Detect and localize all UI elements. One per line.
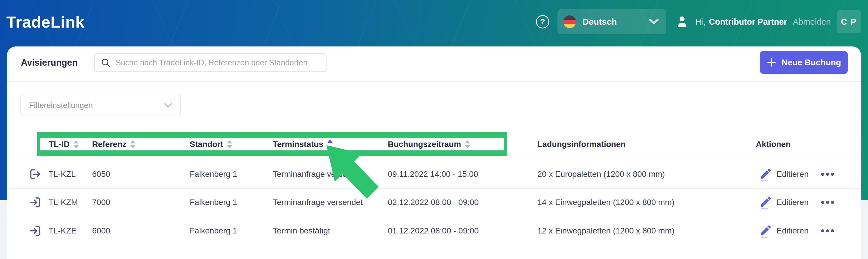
search-input[interactable] [94,54,327,72]
tl-id-link[interactable]: TL-KZE [49,226,76,235]
referenz-cell: 7000 [92,198,110,207]
edit-pencil-icon[interactable] [759,167,772,182]
sort-icon [73,140,79,149]
tl-id-link[interactable]: TL-KZM [49,198,78,207]
standort-cell: Falkenberg 1 [190,169,237,179]
greeting-prefix: Hi, [695,17,705,27]
buchungszeitraum-cell: 01.12.2022 08:00 - 09:00 [388,226,479,235]
more-actions-icon[interactable] [820,229,836,233]
more-actions-icon[interactable] [820,172,836,176]
column-header-aktionen: Aktionen [756,138,791,151]
column-header-standort[interactable]: Standort [190,138,232,151]
more-actions-icon[interactable] [820,201,836,204]
column-header-buchungszeitraum[interactable]: Buchungszeitraum [388,138,470,151]
standort-cell: Falkenberg 1 [190,226,237,235]
user-icon [675,15,689,29]
new-booking-label: Neue Buchung [782,58,841,67]
table-row: TL-KZE 6000 Falkenberg 1 Termin bestätig… [7,216,861,245]
edit-link[interactable]: Editieren [776,169,809,179]
edit-pencil-icon[interactable] [759,195,772,209]
referenz-cell: 6000 [92,226,110,235]
german-flag-icon [563,15,576,28]
avatar-initials[interactable]: C P [837,10,861,33]
column-header-terminstatus[interactable]: Terminstatus [273,138,333,151]
terminstatus-cell: Terminanfrage versendet [273,198,363,207]
sort-icon [226,140,232,149]
referenz-cell: 6050 [92,169,110,179]
inbound-arrow-icon [28,195,42,209]
terminstatus-cell: Termin bestätigt [273,226,330,235]
toolbar-divider [7,81,861,82]
edit-link[interactable]: Editieren [776,226,809,235]
edit-pencil-icon[interactable] [759,224,772,238]
ladungsinformationen-cell: 14 x Einwegpaletten (1200 x 800 mm) [537,198,675,207]
table-row: TL-KZL 6050 Falkenberg 1 Terminanfrage v… [7,160,861,188]
terminstatus-cell: Terminanfrage versendet [273,169,363,179]
help-icon[interactable]: ? [536,15,549,28]
edit-link[interactable]: Editieren [776,198,809,207]
column-header-tl-id[interactable]: TL-ID [49,138,79,151]
column-header-referenz[interactable]: Referenz [92,138,136,151]
language-selector[interactable]: Deutsch [557,9,666,34]
question-mark-glyph: ? [540,17,545,26]
top-bar-right: ? Deutsch Hi, Contributor Partner [536,9,861,34]
search-icon [100,58,111,68]
column-header-ladungsinformationen: Ladungsinformationen [537,138,625,151]
sort-asc-icon [327,138,333,147]
top-bar: TradeLink ? Deutsch Hi, [6,0,861,43]
sort-icon [130,140,136,149]
content-card: Avisierungen Neue Buchung Filtereinstell… [7,46,861,259]
filter-settings-label: Filtereinstellungen [29,101,93,110]
table-row: TL-KZM 7000 Falkenberg 1 Terminanfrage v… [7,188,861,216]
buchungszeitraum-cell: 09.11.2022 14:00 - 15:00 [388,169,478,179]
ladungsinformationen-cell: 12 x Einwegpaletten (1200 x 800 mm) [537,226,675,235]
filter-settings-dropdown[interactable]: Filtereinstellungen [20,95,181,116]
brand-logo[interactable]: TradeLink [6,12,85,31]
page-title: Avisierungen [21,58,78,68]
search-field-wrap [94,54,327,72]
sort-icon [465,140,470,149]
ladungsinformationen-cell: 20 x Europaletten (1200 x 800 mm) [537,169,665,179]
tl-id-link[interactable]: TL-KZL [49,169,75,179]
new-booking-button[interactable]: Neue Buchung [760,51,848,74]
outbound-arrow-icon [28,167,42,181]
user-greeting: Hi, Contributor Partner [695,17,787,27]
plus-icon [767,58,776,67]
standort-cell: Falkenberg 1 [190,198,237,207]
chevron-down-icon [649,19,658,25]
user-name: Contributor Partner [709,17,787,27]
buchungszeitraum-cell: 02.12.2022 08:00 - 09:00 [388,198,479,207]
language-selector-value: Deutsch [583,17,649,27]
chevron-down-icon [164,103,173,108]
inbound-arrow-icon [28,224,42,238]
logout-link[interactable]: Abmelden [793,17,831,27]
